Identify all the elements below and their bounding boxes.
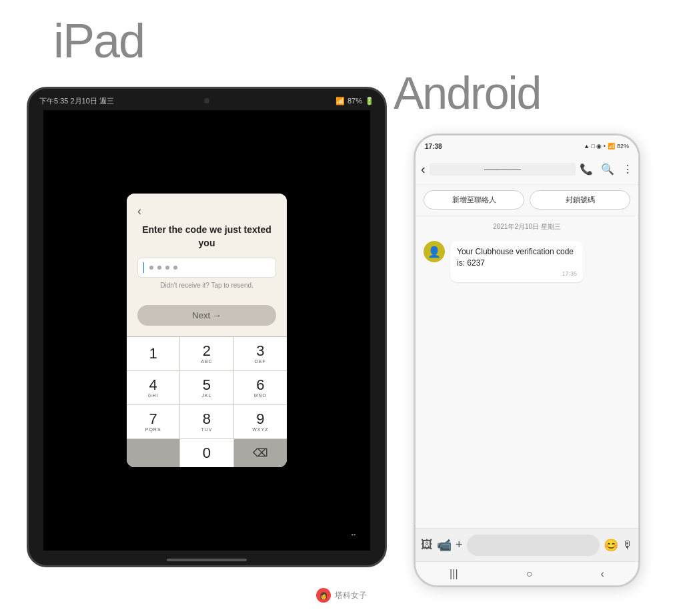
- nav-back-button[interactable]: ‹: [601, 568, 604, 580]
- next-button[interactable]: Next →: [137, 305, 276, 326]
- add-icon[interactable]: +: [456, 538, 463, 552]
- code-dot-1: [149, 266, 153, 270]
- key-1[interactable]: 1: [127, 337, 179, 370]
- wifi-icon: 📶: [608, 143, 615, 149]
- ipad-device: 下午5:35 2月10日 週三 📶 87% 🔋 ‹ Enter the code…: [27, 87, 387, 567]
- back-button[interactable]: ‹: [421, 162, 426, 177]
- contact-name: ──────: [430, 163, 576, 176]
- delete-key[interactable]: ⌫: [234, 439, 287, 467]
- android-status-bar: 17:38 ▲ □ ◉ • 📶 82%: [416, 135, 638, 154]
- voice-icon[interactable]: 🎙: [622, 539, 633, 551]
- ipad-status-right: 📶 87% 🔋: [335, 97, 374, 105]
- watermark: 👩 塔科女子: [316, 588, 367, 603]
- sms-bubble: Your Clubhouse verification code is: 623…: [450, 241, 584, 282]
- date-separator: 2021年2月10日 星期三: [416, 216, 638, 236]
- more-icon[interactable]: ⋮: [622, 163, 633, 176]
- sms-message-area: 👤 Your Clubhouse verification code is: 6…: [416, 236, 638, 528]
- key-2[interactable]: 2ABC: [180, 337, 233, 370]
- android-device: 17:38 ▲ □ ◉ • 📶 82% ‹ ────── 📞 🔍 ⋮ 新增至聯絡…: [414, 133, 640, 587]
- ipad-status-left: 下午5:35 2月10日 週三: [39, 96, 114, 106]
- search-icon[interactable]: 🔍: [601, 163, 614, 176]
- contact-action-row: 新增至聯絡人 封鎖號碼: [416, 185, 638, 216]
- key-8[interactable]: 8TUV: [180, 405, 233, 438]
- emoji-icon[interactable]: 😊: [604, 538, 618, 553]
- android-label: Android: [394, 67, 540, 119]
- code-input-field[interactable]: [137, 258, 276, 278]
- android-signal-icons: ▲ □ ◉ •: [584, 143, 606, 149]
- android-status-right: ▲ □ ◉ • 📶 82%: [584, 143, 629, 149]
- key-3[interactable]: 3DEF: [234, 337, 287, 370]
- watermark-icon: 👩: [316, 588, 331, 603]
- android-nav-bar: ||| ○ ‹: [416, 561, 638, 585]
- ipad-home-bar: [167, 559, 247, 561]
- ipad-label: iPad: [53, 13, 144, 68]
- add-contact-button[interactable]: 新增至聯絡人: [424, 190, 524, 210]
- text-cursor: [143, 262, 144, 273]
- sms-message-text: Your Clubhouse verification code is: 623…: [457, 246, 577, 269]
- resend-text[interactable]: Didn't receive it? Tap to resend.: [137, 282, 276, 289]
- key-7[interactable]: 7PQRS: [127, 405, 179, 438]
- message-input[interactable]: [467, 535, 600, 556]
- clubhouse-modal: ‹ Enter the code we just texted you Didn…: [127, 194, 287, 467]
- image-icon[interactable]: 🖼: [421, 538, 433, 552]
- nav-home-button[interactable]: ○: [526, 568, 533, 580]
- code-dots: [149, 266, 177, 270]
- ipad-screen: ‹ Enter the code we just texted you Didn…: [43, 110, 370, 551]
- modal-title: Enter the code we just texted you: [137, 224, 276, 250]
- key-4[interactable]: 4GHI: [127, 371, 179, 404]
- sender-avatar: 👤: [424, 241, 445, 262]
- battery-level: 82%: [617, 143, 629, 149]
- code-dot-4: [173, 266, 177, 270]
- sms-input-bar: 🖼 📹 + 😊 🎙: [416, 528, 638, 561]
- key-6[interactable]: 6MNO: [234, 371, 287, 404]
- wifi-icon: 📶: [335, 97, 345, 105]
- call-icon[interactable]: 📞: [580, 163, 593, 176]
- watermark-text: 塔科女子: [335, 590, 367, 601]
- code-dot-3: [165, 266, 169, 270]
- sms-message-item: 👤 Your Clubhouse verification code is: 6…: [424, 241, 630, 282]
- key-9[interactable]: 9WXYZ: [234, 405, 287, 438]
- sms-message-time: 17:35: [457, 270, 577, 277]
- video-icon[interactable]: 📹: [437, 538, 452, 553]
- android-status-time: 17:38: [425, 143, 442, 150]
- block-number-button[interactable]: 封鎖號碼: [530, 190, 630, 210]
- android-screen: ‹ ────── 📞 🔍 ⋮ 新增至聯絡人 封鎖號碼 2021年2月10日 星期…: [416, 154, 638, 561]
- nav-menu-button[interactable]: |||: [450, 568, 458, 580]
- key-0[interactable]: 0: [180, 439, 233, 467]
- numeric-keypad: 1 2ABC 3DEF 4GHI 5JKL 6MNO 7PQRS: [127, 336, 287, 467]
- key-empty: [127, 439, 179, 467]
- modal-top: ‹ Enter the code we just texted you Didn…: [127, 194, 287, 305]
- drag-handle[interactable]: ↔: [346, 527, 361, 541]
- sms-header: ‹ ────── 📞 🔍 ⋮: [416, 154, 638, 185]
- battery-icon: 🔋: [365, 97, 374, 105]
- key-5[interactable]: 5JKL: [180, 371, 233, 404]
- ipad-camera: [204, 98, 209, 103]
- code-dot-2: [157, 266, 161, 270]
- sms-action-buttons: 📞 🔍 ⋮: [580, 163, 633, 176]
- modal-back-button[interactable]: ‹: [137, 204, 276, 218]
